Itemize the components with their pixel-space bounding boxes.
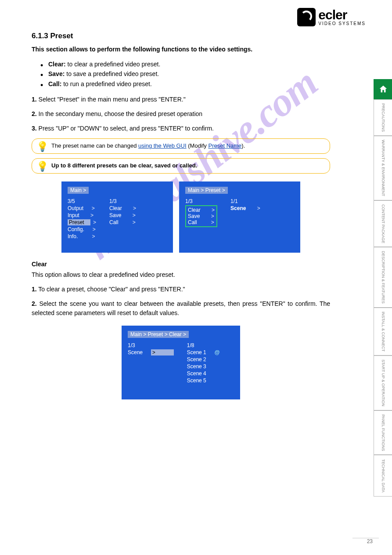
home-icon	[378, 84, 388, 94]
brand-logo: ecler VIDEO SYSTEMS	[297, 8, 366, 26]
osd-index: 1/3	[128, 342, 174, 348]
osd-row: Save >	[109, 212, 136, 218]
osd-row: Scene 1 @	[187, 349, 220, 355]
page-number: 23	[367, 538, 373, 544]
osd-preset-menu: Main > Preset > 1/3 Clear > Save > Call …	[179, 181, 300, 253]
osd-row: Scene 2	[187, 356, 220, 363]
osd-index: 1/3	[185, 198, 217, 204]
osd-index: 1/8	[187, 342, 220, 348]
nav-description[interactable]: DESCRIPTION & FEATURES	[374, 247, 392, 308]
osd-row: Output >	[68, 205, 96, 211]
lightbulb-icon: 💡	[36, 160, 48, 173]
osd-row: Scene 5	[187, 377, 220, 384]
osd-index: 3/5	[68, 198, 96, 204]
osd-main-menu: Main > 3/5 Output > Input > Preset> Conf…	[61, 181, 173, 253]
lightbulb-icon: 💡	[36, 141, 48, 153]
tip-callout-2: 💡 Up to 8 different presets can be clear…	[32, 158, 330, 174]
osd-row: Call >	[188, 219, 215, 225]
logo-subtitle: VIDEO SYSTEMS	[318, 22, 366, 26]
osd-breadcrumb: Main > Preset >	[185, 187, 228, 194]
nav-startup[interactable]: START UP & OPERATION	[374, 355, 392, 410]
nav-techdata[interactable]: TECHNICAL DATA	[374, 455, 392, 497]
intro-paragraph: This section allows to perform the follo…	[32, 45, 330, 54]
osd-row: Clear >	[188, 207, 215, 213]
page-title: 6.1.3 Preset	[32, 32, 330, 40]
list-item: Call: to run a predefined video preset.	[40, 79, 330, 89]
osd-breadcrumb: Main >	[68, 187, 89, 194]
osd-row: Scene 4	[187, 370, 220, 377]
osd-breadcrumb: Main > Preset > Clear >	[128, 331, 189, 338]
step-1: 1. Select "Preset" in the main menu and …	[32, 95, 330, 104]
nav-content-package[interactable]: CONTENT PACKAGE	[374, 200, 392, 247]
osd-row: Config. >	[68, 226, 96, 232]
feature-list: Clear: to clear a predefined video prese…	[40, 59, 330, 89]
osd-clear-menu: Main > Preset > Clear > 1/3 Scene > 1/8 …	[122, 326, 240, 399]
screenshot-clear: Main > Preset > Clear > 1/3 Scene > 1/8 …	[32, 326, 330, 399]
footer-rule	[352, 538, 379, 538]
link-web-gui[interactable]: using the Web GUI	[138, 142, 187, 149]
link-preset-name[interactable]: Preset Name	[208, 142, 241, 149]
osd-row: Info. >	[68, 233, 96, 239]
osd-row: Save >	[188, 213, 215, 219]
osd-row: Scene >	[230, 205, 260, 211]
step-3: 3. Press "UP" or "DOWN" to select, and p…	[32, 124, 330, 133]
logo-mark-icon	[297, 8, 316, 26]
clear-step-1: 1. To clear a preset, choose "Clear" and…	[32, 285, 330, 294]
nav-install[interactable]: INSTALL & CONNECT	[374, 308, 392, 355]
clear-intro: This option allows to clear a predefined…	[32, 270, 330, 279]
osd-row-selected: Preset>	[68, 219, 96, 225]
callout2-text: Up to 8 different presets can be clear, …	[51, 162, 197, 169]
list-item: Save: to save a predefined video preset.	[40, 69, 330, 79]
osd-row: Clear >	[109, 205, 136, 211]
osd-row: Call >	[109, 219, 136, 225]
nav-warranty[interactable]: WARRANTY & ENVIRONMENT	[374, 136, 392, 200]
osd-row: Scene 3	[187, 363, 220, 370]
osd-row: Input >	[68, 212, 96, 218]
nav-home[interactable]	[374, 79, 392, 99]
nav-panel[interactable]: PANEL FUNCTIONS	[374, 410, 392, 455]
clear-heading: Clear	[32, 261, 330, 268]
list-item: Clear: to clear a predefined video prese…	[40, 59, 330, 69]
logo-brand: ecler	[318, 8, 366, 22]
tip-callout-1: 💡 The preset name can be changed using t…	[32, 138, 330, 154]
osd-index: 1/1	[230, 198, 260, 204]
side-nav: PRECAUTIONS WARRANTY & ENVIRONMENT CONTE…	[374, 79, 392, 497]
clear-step-2: 2. Select the scene you want to clear be…	[32, 299, 330, 318]
nav-precautions[interactable]: PRECAUTIONS	[374, 99, 392, 136]
screenshot-row: Main > 3/5 Output > Input > Preset> Conf…	[32, 181, 330, 253]
step-2: 2. In the secondary menu, choose the des…	[32, 109, 330, 119]
osd-highlight-box: Clear > Save > Call >	[185, 205, 217, 227]
osd-index: 1/3	[109, 198, 136, 204]
intro-text: This section allows to perform the follo…	[32, 46, 252, 53]
osd-row: Scene >	[128, 349, 174, 355]
